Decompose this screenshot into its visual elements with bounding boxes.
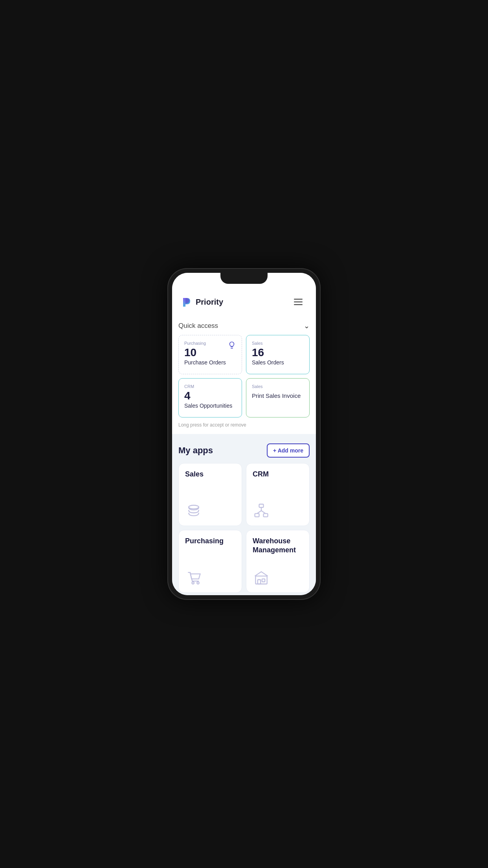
network-icon — [253, 502, 270, 519]
svg-rect-5 — [264, 513, 268, 517]
hint-text: Long press for accept or remove — [178, 422, 310, 428]
app-title: Priority — [196, 298, 223, 307]
app-card-title: Sales — [185, 470, 235, 479]
hamburger-line-2 — [294, 302, 303, 302]
hamburger-line-1 — [294, 299, 303, 300]
hamburger-line-3 — [294, 304, 303, 305]
phone-screen: Priority Quick access ⌄ Purchasing — [172, 273, 316, 595]
svg-rect-3 — [259, 504, 264, 508]
quick-card-module: Sales — [252, 341, 304, 346]
app-card-icon-area — [253, 502, 303, 519]
quick-card-sales-orders[interactable]: Sales 16 Sales Orders — [246, 335, 310, 374]
quick-access-title: Quick access — [178, 322, 218, 330]
app-card-sales[interactable]: Sales — [178, 463, 242, 526]
svg-line-7 — [257, 511, 261, 513]
svg-line-8 — [261, 511, 266, 513]
notch — [220, 273, 268, 284]
app-card-crm[interactable]: CRM — [246, 463, 310, 526]
my-apps-section: My apps + Add more Sales — [172, 437, 316, 595]
quick-card-count: 16 — [252, 347, 304, 358]
hamburger-button[interactable] — [294, 295, 308, 309]
add-more-button[interactable]: + Add more — [267, 443, 310, 458]
quick-card-purchasing-orders[interactable]: Purchasing 10 Purchase Orders — [178, 335, 242, 374]
quick-access-header[interactable]: Quick access ⌄ — [178, 315, 310, 335]
quick-card-sales-opportunities[interactable]: CRM 4 Sales Opportunities — [178, 378, 242, 417]
quick-card-label: Sales Opportunities — [184, 402, 236, 409]
app-card-purchasing[interactable]: Purchasing — [178, 530, 242, 593]
chevron-down-icon: ⌄ — [304, 322, 310, 330]
quick-access-section: Quick access ⌄ Purchasing 10 Purchase Or… — [172, 315, 316, 434]
app-card-title: Purchasing — [185, 537, 235, 546]
quick-card-count: 4 — [184, 390, 236, 401]
svg-rect-4 — [255, 513, 259, 517]
svg-point-2 — [189, 505, 199, 509]
content-scroll: Quick access ⌄ Purchasing 10 Purchase Or… — [172, 315, 316, 595]
logo-area: Priority — [180, 296, 223, 308]
app-card-title: Warehouse Management — [253, 537, 303, 555]
svg-point-10 — [197, 582, 199, 584]
svg-rect-13 — [262, 579, 265, 582]
priority-logo-icon — [180, 296, 193, 308]
quick-card-label: Sales Orders — [252, 359, 304, 366]
cart-icon — [185, 569, 202, 586]
lightbulb-icon — [227, 341, 236, 351]
my-apps-header: My apps + Add more — [178, 443, 310, 458]
quick-card-label: Print Sales Invoice — [252, 392, 304, 400]
app-card-warehouse[interactable]: Warehouse Management — [246, 530, 310, 593]
quick-card-module: Sales — [252, 384, 304, 389]
quick-card-label: Purchase Orders — [184, 359, 236, 366]
my-apps-title: My apps — [178, 445, 213, 456]
svg-point-9 — [192, 582, 194, 584]
store-icon — [253, 569, 270, 586]
svg-rect-12 — [258, 580, 261, 584]
database-icon — [185, 502, 202, 519]
quick-access-grid: Purchasing 10 Purchase Orders Sales — [178, 335, 310, 417]
quick-card-print-invoice[interactable]: Sales Print Sales Invoice — [246, 378, 310, 417]
app-card-icon-area — [185, 502, 235, 519]
app-card-title: CRM — [253, 470, 303, 479]
quick-card-module: CRM — [184, 384, 236, 389]
phone-frame: Priority Quick access ⌄ Purchasing — [167, 268, 321, 600]
apps-grid: Sales CRM — [178, 463, 310, 595]
app-card-icon-area — [253, 569, 303, 586]
app-header: Priority — [172, 290, 316, 315]
app-card-icon-area — [185, 569, 235, 586]
svg-rect-0 — [183, 298, 185, 307]
